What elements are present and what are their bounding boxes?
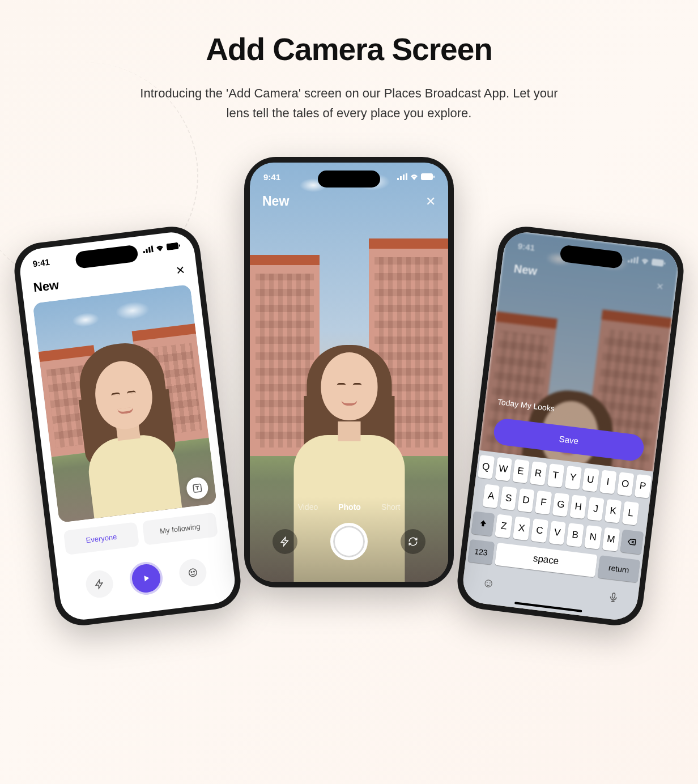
signal-icon — [628, 256, 639, 264]
key-a[interactable]: A — [483, 484, 500, 509]
status-time: 9:41 — [517, 241, 535, 253]
tab-my-following[interactable]: My following — [142, 513, 218, 546]
key-e[interactable]: E — [512, 459, 530, 484]
svg-rect-0 — [143, 251, 145, 253]
key-j[interactable]: J — [587, 497, 605, 521]
key-v[interactable]: V — [548, 521, 566, 545]
key-s[interactable]: S — [500, 487, 517, 511]
key-w[interactable]: W — [495, 457, 512, 482]
dictation-key[interactable] — [607, 591, 619, 608]
svg-rect-2 — [148, 247, 151, 253]
capture-mode-selector: Video Photo Short — [250, 497, 448, 512]
key-h[interactable]: H — [569, 495, 587, 519]
svg-rect-14 — [421, 173, 433, 180]
status-time: 9:41 — [32, 257, 50, 269]
screen-title: New — [32, 278, 59, 295]
key-f[interactable]: F — [535, 491, 552, 515]
svg-rect-15 — [433, 176, 435, 178]
tab-everyone[interactable]: Everyone — [63, 522, 139, 556]
effects-button[interactable] — [178, 557, 208, 587]
shift-key[interactable] — [471, 512, 495, 536]
key-t[interactable]: T — [547, 463, 564, 488]
phone-mockup-right: 9:41 New ✕ Today My Looks Save QWERTYUIO… — [454, 224, 687, 629]
svg-rect-18 — [633, 258, 636, 263]
keyboard: QWERTYUIOP ASDFGHJKL ZXCVBNM 123 space r… — [461, 450, 653, 623]
key-k[interactable]: K — [605, 499, 622, 523]
svg-point-7 — [189, 569, 197, 577]
emoji-key[interactable]: ☺ — [481, 576, 496, 593]
battery-icon — [166, 242, 180, 251]
page-subtitle: Introducing the 'Add Camera' screen on o… — [128, 83, 570, 123]
svg-rect-21 — [664, 262, 665, 265]
key-u[interactable]: U — [582, 468, 599, 492]
wifi-icon — [410, 173, 419, 180]
key-p[interactable]: P — [634, 474, 652, 498]
svg-rect-19 — [636, 257, 639, 263]
wifi-icon — [155, 244, 164, 252]
key-n[interactable]: N — [584, 525, 602, 549]
battery-icon — [421, 173, 435, 180]
svg-rect-22 — [612, 593, 615, 598]
flash-button[interactable] — [84, 569, 114, 599]
key-d[interactable]: D — [517, 488, 535, 513]
play-button[interactable] — [128, 560, 165, 597]
return-key[interactable]: return — [598, 555, 641, 582]
svg-rect-12 — [403, 174, 405, 180]
key-g[interactable]: G — [552, 493, 570, 517]
flash-button[interactable] — [273, 529, 297, 554]
status-time: 9:41 — [263, 172, 280, 182]
wifi-icon — [640, 257, 650, 265]
svg-point-8 — [191, 572, 192, 573]
shutter-button[interactable] — [330, 523, 368, 560]
key-b[interactable]: B — [567, 523, 584, 547]
battery-icon — [652, 259, 666, 267]
svg-point-9 — [194, 572, 195, 573]
key-r[interactable]: R — [530, 462, 547, 486]
key-x[interactable]: X — [513, 517, 530, 541]
key-q[interactable]: Q — [477, 455, 495, 479]
svg-rect-10 — [397, 178, 399, 180]
flip-camera-button[interactable] — [401, 529, 425, 554]
mode-short[interactable]: Short — [381, 502, 400, 512]
screen-title: New — [262, 194, 289, 209]
svg-rect-13 — [406, 173, 407, 180]
key-i[interactable]: I — [599, 470, 617, 495]
svg-rect-1 — [146, 249, 148, 253]
close-icon[interactable]: ✕ — [175, 263, 186, 278]
key-y[interactable]: Y — [564, 466, 582, 490]
svg-rect-3 — [151, 246, 154, 253]
close-icon[interactable]: ✕ — [656, 281, 664, 292]
svg-rect-5 — [179, 245, 180, 247]
svg-rect-16 — [628, 261, 629, 263]
svg-rect-17 — [631, 259, 633, 263]
mode-photo[interactable]: Photo — [338, 502, 361, 512]
key-o[interactable]: O — [616, 472, 634, 496]
phone-mockup-left: 9:41 New ✕ — [11, 224, 244, 629]
signal-icon — [143, 246, 154, 254]
page-title: Add Camera Screen — [0, 31, 698, 67]
svg-rect-4 — [166, 242, 178, 250]
key-m[interactable]: M — [602, 527, 620, 552]
photo-preview — [32, 284, 216, 523]
notch — [318, 171, 380, 188]
mode-video[interactable]: Video — [298, 502, 318, 512]
key-c[interactable]: C — [531, 519, 548, 543]
svg-rect-20 — [652, 259, 664, 267]
key-l[interactable]: L — [622, 501, 640, 526]
svg-rect-11 — [400, 176, 402, 180]
key-z[interactable]: Z — [495, 514, 513, 539]
signal-icon — [397, 173, 407, 180]
phone-showcase: 9:41 New ✕ — [0, 157, 698, 667]
phone-mockup-center: 9:41 New ✕ Video Photo Short — [244, 157, 454, 587]
close-icon[interactable]: ✕ — [425, 194, 436, 209]
numbers-key[interactable]: 123 — [467, 539, 494, 565]
backspace-key[interactable] — [620, 530, 644, 555]
